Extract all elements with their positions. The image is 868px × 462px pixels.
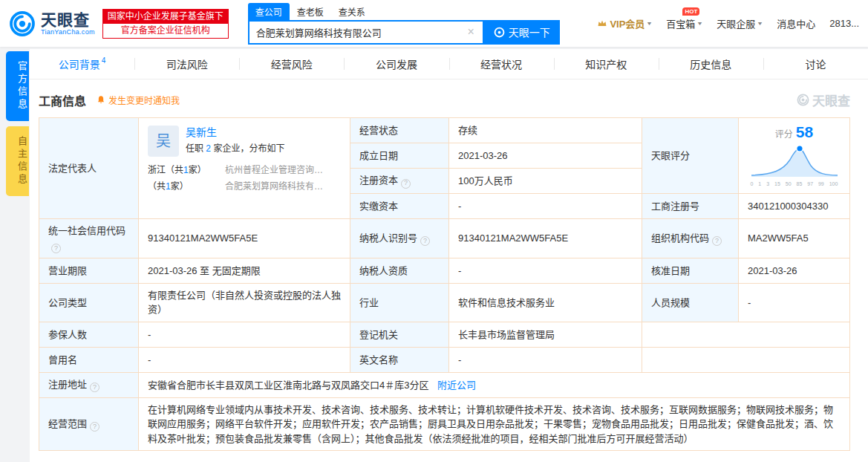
search-tab-company[interactable]: 查公司 — [248, 3, 290, 20]
rail-tab-self-info[interactable]: 自主信息 — [6, 126, 29, 196]
help-icon[interactable]: ? — [51, 244, 61, 253]
legal-rep-region: （共1家） — [148, 180, 225, 193]
gov-badge-line2: 官方备案企业征信机构 — [103, 24, 228, 38]
legal-rep-company-link[interactable]: 合肥莱划算网络科技有… — [225, 180, 341, 193]
help-icon[interactable]: ? — [401, 179, 411, 189]
score-curve-chart — [750, 144, 839, 177]
label-business-scope: 经营范围? — [39, 397, 139, 451]
legal-rep-role-text: 任职 2 家企业，分布如下 — [186, 142, 284, 155]
value-industry: 软件和信息技术服务业 — [449, 283, 642, 322]
section-nav: 公司背景 4 司法风险 经营风险 公司发展 经营状况 知识产权 历史信息 讨论 — [30, 49, 868, 79]
value-registration-authority: 长丰县市场监督管理局 — [449, 322, 642, 347]
main-panel: 公司背景 4 司法风险 经营风险 公司发展 经营状况 知识产权 历史信息 讨论 … — [30, 49, 868, 462]
legal-rep-distribution: 浙江（共1家） 杭州普程企业管理咨询… （共1家） 合肥莱划算网络科技有… — [148, 163, 341, 193]
value-staff-size: - — [739, 283, 850, 322]
tab-count-badge: 4 — [102, 56, 106, 65]
gov-badge-line1: 国家中小企业发展子基金旗下 — [103, 10, 228, 24]
tianyancha-logo[interactable]: 天眼查 TianYanCha.com — [9, 10, 95, 37]
label-registration-authority: 登记机关 — [350, 322, 449, 347]
value-business-term: 2021-03-26 至 无固定期限 — [139, 258, 350, 283]
label-business-status: 经营状态 — [350, 118, 449, 143]
header-right-menu: VIP会员 ▼ HOT 百宝箱 ▼ 天眼企服 ▼ 消息中心 2813... — [597, 16, 859, 30]
section-header: 工商信息 发生变更时通知我 天眼查 — [30, 79, 868, 117]
logo-title: 天眼查 — [41, 11, 95, 28]
tab-history-info[interactable]: 历史信息 — [659, 49, 763, 79]
empty-cell — [642, 322, 850, 347]
label-staff-size: 人员规模 — [642, 283, 739, 322]
score-value-row: 评分58 — [745, 120, 843, 144]
notification-count[interactable]: 2813... — [829, 18, 859, 29]
tianyancha-eye-icon — [9, 10, 36, 37]
label-registered-address: 注册地址? — [39, 372, 139, 397]
section-title: 工商信息 — [39, 91, 86, 109]
enterprise-service-menu[interactable]: 天眼企服 ▼ — [717, 16, 763, 30]
score-axis: 0131550859799100 — [751, 180, 838, 189]
label-taxpayer-qualification: 纳税人资质 — [350, 258, 449, 283]
content: 官方信息 自主信息 公司背景 4 司法风险 经营风险 公司发展 经营状况 知识产… — [0, 49, 868, 462]
empty-cell — [642, 347, 850, 372]
value-org-code: MA2WW5FA5 — [739, 219, 850, 258]
treasure-box-menu[interactable]: HOT 百宝箱 ▼ — [666, 16, 702, 30]
left-rail: 官方信息 自主信息 — [0, 49, 30, 462]
message-center-link[interactable]: 消息中心 — [777, 16, 815, 30]
search-tabs: 查公司 查老板 查关系 — [248, 3, 560, 20]
legal-rep-avatar[interactable]: 吴 — [148, 126, 179, 157]
label-established-date: 成立日期 — [350, 143, 449, 169]
score-caption: 评分 — [775, 129, 793, 140]
value-english-name: - — [449, 347, 642, 372]
value-insured-count: - — [139, 322, 350, 347]
legal-rep-company-link[interactable]: 杭州普程企业管理咨询… — [225, 163, 341, 177]
chevron-down-icon: ▼ — [757, 21, 763, 26]
vip-member-link[interactable]: VIP会员 ▼ — [597, 16, 652, 30]
nearby-companies-link[interactable]: 附近公司 — [437, 380, 476, 391]
help-icon[interactable]: ? — [420, 236, 430, 246]
hot-badge: HOT — [682, 7, 699, 16]
gov-certification-badge: 国家中小企业发展子基金旗下 官方备案企业征信机构 — [102, 9, 229, 39]
clear-icon[interactable]: × — [466, 26, 475, 38]
label-english-name: 英文名称 — [350, 347, 449, 372]
value-paid-in-capital: - — [449, 194, 642, 219]
label-industry: 行业 — [350, 283, 449, 322]
label-former-name: 曾用名 — [39, 347, 139, 372]
business-info-table: 法定代表人 吴 吴新生 任职 2 家企业，分布如下 — [39, 117, 850, 451]
value-registered-capital: 100万人民币 — [449, 169, 642, 194]
value-taxpayer-id: 91340121MA2WW5FA5E — [449, 219, 642, 258]
label-registered-capital: 注册资本? — [350, 169, 449, 194]
tab-intellectual-property[interactable]: 知识产权 — [554, 49, 659, 79]
search-tab-boss[interactable]: 查老板 — [290, 3, 331, 20]
tianyan-score-cell: 评分58 0131550859799100 — [739, 118, 850, 194]
rail-tab-official-info[interactable]: 官方信息 — [6, 51, 29, 121]
help-icon[interactable]: ? — [90, 422, 99, 432]
tianyancha-watermark: 天眼查 — [797, 91, 850, 109]
value-business-scope: 在计算机网络专业领域内从事技术开发、技术咨询、技术服务、技术转让；计算机软硬件技… — [139, 397, 850, 451]
change-notify-button[interactable]: 发生变更时通知我 — [97, 94, 180, 106]
tab-company-development[interactable]: 公司发展 — [344, 49, 448, 79]
label-business-term: 营业期限 — [39, 258, 139, 283]
value-former-name: - — [139, 347, 350, 372]
label-paid-in-capital: 实缴资本 — [350, 194, 449, 219]
value-taxpayer-qualification: - — [449, 258, 642, 283]
legal-rep-name-link[interactable]: 吴新生 — [186, 126, 284, 139]
tab-judicial-risk[interactable]: 司法风险 — [134, 49, 239, 79]
tab-company-background[interactable]: 公司背景 4 — [30, 49, 134, 79]
search-area: 查公司 查老板 查关系 × 天眼一下 — [248, 3, 560, 45]
tab-operating-status[interactable]: 经营状况 — [449, 49, 554, 79]
help-icon[interactable]: ? — [90, 383, 99, 392]
search-button[interactable]: 天眼一下 — [484, 20, 560, 45]
label-company-type: 公司类型 — [39, 283, 139, 322]
value-business-status: 存续 — [449, 118, 642, 143]
tab-discussion[interactable]: 讨论 — [763, 49, 868, 79]
label-approval-date: 核准日期 — [642, 258, 739, 283]
help-icon[interactable]: ? — [712, 236, 722, 246]
tab-operating-risk[interactable]: 经营风险 — [239, 49, 344, 79]
search-eye-icon — [494, 27, 505, 38]
search-input[interactable] — [256, 27, 466, 38]
legal-rep-region: 浙江（共1家） — [148, 163, 225, 177]
chevron-down-icon: ▼ — [696, 21, 703, 26]
label-tianyan-score: 天眼评分 — [642, 118, 739, 194]
bell-icon — [97, 95, 105, 105]
search-tab-relation[interactable]: 查关系 — [331, 3, 373, 20]
logo-subtitle: TianYanCha.com — [41, 28, 95, 36]
score-marker-icon — [796, 145, 803, 152]
label-insured-count: 参保人数 — [39, 322, 139, 347]
